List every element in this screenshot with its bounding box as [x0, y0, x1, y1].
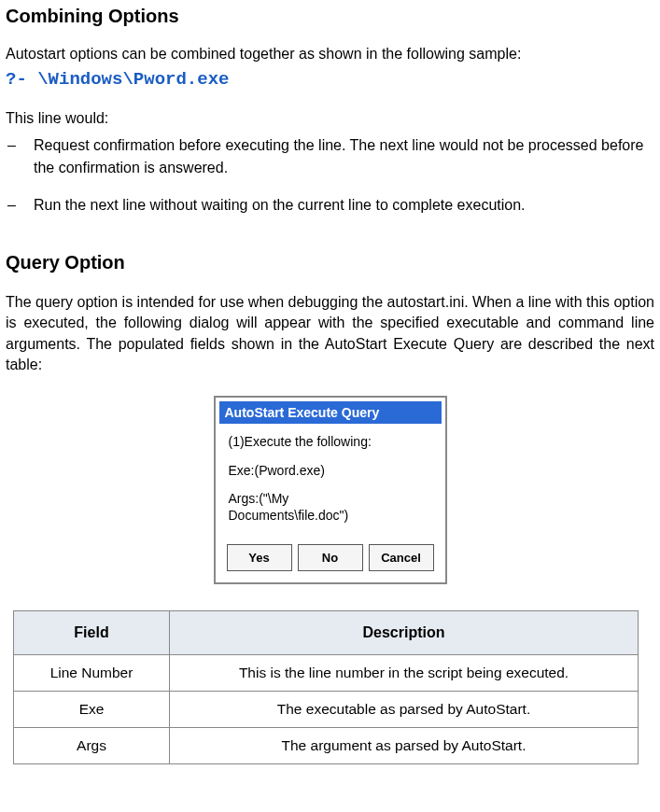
- list-item: Request confirmation before executing th…: [6, 134, 654, 179]
- table-cell: Args: [14, 728, 170, 764]
- table-header-field: Field: [14, 611, 170, 655]
- code-sample: ?- \Windows\Pword.exe: [6, 68, 654, 92]
- heading-combining-options: Combining Options: [6, 6, 654, 27]
- table-cell: Exe: [14, 692, 170, 728]
- heading-query-option: Query Option: [6, 252, 654, 273]
- dialog-text: Documents\file.doc"): [229, 508, 349, 523]
- intro-paragraph: Autostart options can be combined togeth…: [6, 44, 654, 64]
- table-cell: This is the line number in the script be…: [170, 655, 639, 692]
- fields-table: Field Description Line Number This is th…: [13, 610, 639, 764]
- lead-text: This line would:: [6, 108, 654, 129]
- dialog-button-row: Yes No Cancel: [219, 540, 442, 579]
- table-cell: Line Number: [14, 655, 170, 692]
- dialog-title-bar: AutoStart Execute Query: [219, 401, 442, 424]
- bullet-list: Request confirmation before executing th…: [6, 134, 654, 217]
- query-paragraph: The query option is intended for use whe…: [6, 292, 654, 376]
- table-header-row: Field Description: [14, 611, 639, 655]
- yes-button[interactable]: Yes: [227, 544, 292, 571]
- table-row: Exe The executable as parsed by AutoStar…: [14, 692, 639, 728]
- table-row: Args The argument as parsed by AutoStart…: [14, 728, 639, 764]
- dialog-window: AutoStart Execute Query (1)Execute the f…: [214, 396, 447, 584]
- table-row: Line Number This is the line number in t…: [14, 655, 639, 692]
- dialog-screenshot: AutoStart Execute Query (1)Execute the f…: [6, 396, 654, 584]
- no-button[interactable]: No: [298, 544, 363, 571]
- table-cell: The executable as parsed by AutoStart.: [170, 692, 639, 728]
- list-item: Run the next line without waiting on the…: [6, 194, 654, 217]
- cancel-button[interactable]: Cancel: [369, 544, 434, 571]
- dialog-body: (1)Execute the following: Exe:(Pword.exe…: [219, 424, 442, 540]
- dialog-text-line: Exe:(Pword.exe): [229, 462, 432, 479]
- table-header-description: Description: [170, 611, 639, 655]
- dialog-text: Args:("\My: [229, 491, 289, 506]
- dialog-text-line: (1)Execute the following:: [229, 433, 432, 450]
- dialog-text-line: Args:("\My Documents\file.doc"): [229, 490, 432, 524]
- table-cell: The argument as parsed by AutoStart.: [170, 728, 639, 764]
